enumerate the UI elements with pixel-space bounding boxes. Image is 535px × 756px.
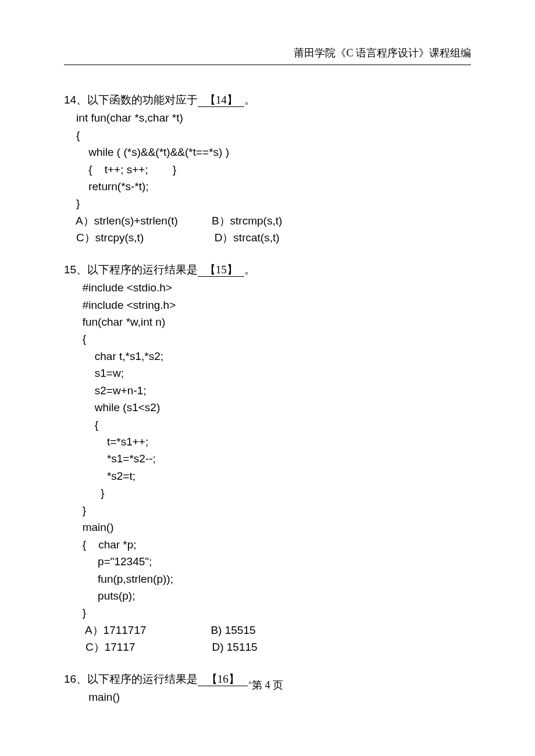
question-15: 15、以下程序的运行结果是【15】。 #include <stdio.h> #i… [64, 261, 471, 656]
page-content: 莆田学院《C 语言程序设计》课程组编 14、以下函数的功能对应于【14】。 in… [0, 0, 535, 705]
q15-blank: 【15】 [198, 264, 244, 277]
q14-text-pre: 以下函数的功能对应于 [87, 94, 198, 106]
page-footer: 第 4 页 [0, 678, 535, 692]
q14-text-post: 。 [244, 94, 255, 106]
q14-stem: 14、以下函数的功能对应于【14】。 [64, 91, 471, 109]
q15-text-post: 。 [244, 263, 255, 276]
q14-code: int fun(char *s,char *t) { while ( (*s)&… [64, 109, 471, 212]
q15-number: 15、 [64, 263, 87, 276]
q14-number: 14、 [64, 94, 87, 106]
q15-text-pre: 以下程序的运行结果是 [87, 263, 198, 276]
q14-blank: 【14】 [198, 94, 244, 107]
q15-code: #include <stdio.h> #include <string.h> f… [64, 279, 471, 622]
q15-stem: 15、以下程序的运行结果是【15】。 [64, 261, 471, 279]
question-14: 14、以下函数的功能对应于【14】。 int fun(char *s,char … [64, 91, 471, 247]
q14-options: A）strlen(s)+strlen(t) B）strcmp(s,t) C）st… [64, 212, 471, 247]
page-header: 莆田学院《C 语言程序设计》课程组编 [64, 45, 471, 65]
q15-options: A）1711717 B) 15515 C）17117 D) 15115 [64, 622, 471, 656]
